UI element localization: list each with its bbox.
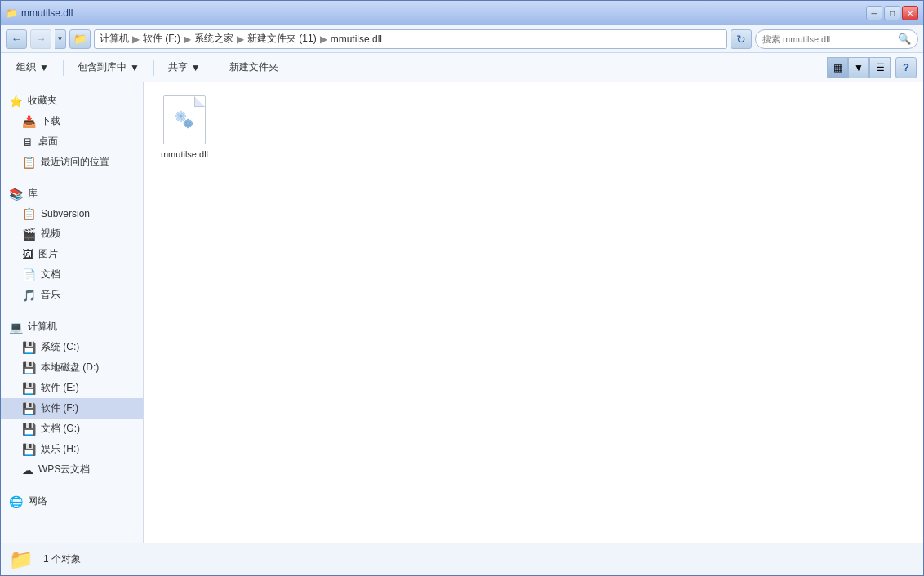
- path-sep-1: ▶: [132, 33, 140, 45]
- picture-icon: 🖼: [22, 248, 33, 261]
- search-input[interactable]: [762, 34, 895, 44]
- nav-dropdown-button[interactable]: ▼: [55, 29, 66, 49]
- view-controls: ▦ ▼ ☰ ?: [827, 57, 917, 78]
- path-drive: 软件 (F:): [143, 32, 180, 46]
- path-sep-4: ▶: [320, 33, 327, 45]
- computer-label: 计算机: [28, 320, 57, 334]
- svg-rect-13: [175, 115, 179, 117]
- svg-rect-14: [183, 115, 186, 117]
- favorites-label: 收藏夹: [28, 94, 57, 108]
- grid-view-button[interactable]: ▦: [827, 57, 848, 78]
- path-folder1: 系统之家: [194, 32, 233, 46]
- main-content: ⭐ 收藏夹 📥 下载 🖥 桌面 📋 最近访问的位置 📚 库: [1, 82, 923, 543]
- search-box: 🔍: [755, 29, 918, 49]
- statusbar: 📁 1 个对象: [1, 543, 923, 575]
- sidebar-item-video[interactable]: 🎬 视频: [1, 224, 143, 244]
- doc-g-label: 文档 (G:): [41, 422, 80, 436]
- sidebar-section-network: 🌐 网络: [1, 490, 143, 512]
- sidebar-item-download[interactable]: 📥 下载: [1, 111, 143, 131]
- svg-rect-2: [187, 125, 189, 128]
- share-arrow: ▼: [191, 62, 201, 73]
- include-library-label: 包含到库中: [78, 60, 127, 74]
- subversion-label: Subversion: [41, 208, 90, 219]
- grid-view-icon: ▦: [833, 62, 842, 73]
- desktop-label: 桌面: [38, 135, 58, 148]
- search-icon[interactable]: 🔍: [898, 33, 911, 45]
- favorites-icon: ⭐: [9, 95, 23, 108]
- network-icon: 🌐: [9, 495, 23, 508]
- sidebar-divider-3: [1, 480, 143, 490]
- toolbar-sep-2: [153, 60, 154, 76]
- video-icon: 🎬: [22, 228, 36, 241]
- library-label: 库: [28, 187, 38, 201]
- sidebar-section-computer: 💻 计算机: [1, 315, 143, 337]
- drive-f-icon: 💾: [22, 402, 36, 415]
- minimize-button[interactable]: ─: [866, 6, 882, 20]
- refresh-button[interactable]: ↻: [731, 29, 752, 49]
- window: 📁 mmutilse.dll ─ □ ✕ ← → ▼ 📁 计算机 ▶ 软件 (F…: [0, 0, 924, 576]
- svg-point-10: [180, 115, 183, 118]
- drive-g-icon: 💾: [22, 423, 36, 436]
- sidebar-item-recent[interactable]: 📋 最近访问的位置: [1, 152, 143, 172]
- sidebar: ⭐ 收藏夹 📥 下载 🖥 桌面 📋 最近访问的位置 📚 库: [1, 82, 144, 543]
- maximize-button[interactable]: □: [884, 6, 900, 20]
- system-c-label: 系统 (C:): [41, 340, 79, 354]
- music-icon: 🎵: [22, 289, 36, 302]
- library-icon: 📚: [9, 188, 23, 201]
- svg-rect-12: [180, 118, 182, 122]
- document-icon: 📄: [22, 268, 36, 281]
- path-folder2: 新建文件夹 (11): [247, 32, 317, 46]
- sidebar-divider-2: [1, 305, 143, 315]
- sidebar-item-soft-f[interactable]: 💾 软件 (F:): [1, 398, 143, 419]
- sidebar-item-subversion[interactable]: 📋 Subversion: [1, 204, 143, 224]
- view-dropdown-icon: ▼: [854, 62, 864, 73]
- sidebar-item-doc-g[interactable]: 💾 文档 (G:): [1, 419, 143, 439]
- organize-button[interactable]: 组织 ▼: [7, 56, 58, 79]
- path-sep-2: ▶: [184, 33, 191, 45]
- sidebar-item-desktop[interactable]: 🖥 桌面: [1, 131, 143, 152]
- sidebar-item-document[interactable]: 📄 文档: [1, 264, 143, 285]
- file-area: mmutilse.dll: [144, 82, 923, 543]
- wps-cloud-icon: ☁: [22, 463, 33, 476]
- drive-h-icon: 💾: [22, 443, 36, 456]
- up-button[interactable]: 📁: [69, 29, 91, 49]
- music-label: 音乐: [41, 288, 60, 302]
- sidebar-item-local-d[interactable]: 💾 本地磁盘 (D:): [1, 357, 143, 378]
- file-page: [163, 95, 206, 144]
- sidebar-item-system-c[interactable]: 💾 系统 (C:): [1, 337, 143, 357]
- statusbar-folder-icon: 📁: [9, 548, 33, 571]
- forward-button[interactable]: →: [30, 29, 51, 49]
- svg-rect-4: [189, 122, 193, 125]
- toolbar-sep-1: [63, 60, 64, 76]
- sidebar-item-wps-cloud[interactable]: ☁ WPS云文档: [1, 459, 143, 480]
- back-button[interactable]: ←: [6, 29, 27, 49]
- help-button[interactable]: ?: [895, 57, 917, 78]
- file-name: mmutilse.dll: [161, 149, 208, 159]
- sidebar-item-picture[interactable]: 🖼 图片: [1, 244, 143, 264]
- include-library-button[interactable]: 包含到库中 ▼: [69, 56, 149, 79]
- path-file: mmutilse.dll: [331, 33, 382, 45]
- detail-view-button[interactable]: ☰: [869, 57, 891, 78]
- titlebar: 📁 mmutilse.dll ─ □ ✕: [1, 1, 923, 25]
- sidebar-item-ent-h[interactable]: 💾 娱乐 (H:): [1, 439, 143, 459]
- new-folder-button[interactable]: 新建文件夹: [220, 56, 287, 79]
- share-button[interactable]: 共享 ▼: [159, 56, 210, 79]
- svg-rect-11: [180, 111, 182, 114]
- detail-view-icon: ☰: [876, 62, 885, 73]
- path-computer: 计算机: [100, 32, 129, 46]
- include-library-arrow: ▼: [130, 62, 140, 73]
- desktop-icon: 🖥: [22, 135, 33, 148]
- toolbar: 组织 ▼ 包含到库中 ▼ 共享 ▼ 新建文件夹 ▦ ▼ ☰: [1, 53, 923, 82]
- sidebar-item-music[interactable]: 🎵 音乐: [1, 285, 143, 305]
- file-item[interactable]: mmutilse.dll: [152, 91, 217, 162]
- address-path[interactable]: 计算机 ▶ 软件 (F:) ▶ 系统之家 ▶ 新建文件夹 (11) ▶ mmut…: [94, 29, 727, 49]
- view-dropdown-button[interactable]: ▼: [848, 57, 869, 78]
- drive-d-icon: 💾: [22, 361, 36, 374]
- sidebar-section-library: 📚 库: [1, 182, 143, 204]
- download-label: 下载: [41, 114, 60, 128]
- close-button[interactable]: ✕: [902, 6, 918, 20]
- titlebar-left: 📁 mmutilse.dll: [6, 7, 73, 19]
- new-folder-label: 新建文件夹: [229, 60, 278, 74]
- sidebar-item-soft-e[interactable]: 💾 软件 (E:): [1, 378, 143, 398]
- ent-h-label: 娱乐 (H:): [41, 442, 79, 456]
